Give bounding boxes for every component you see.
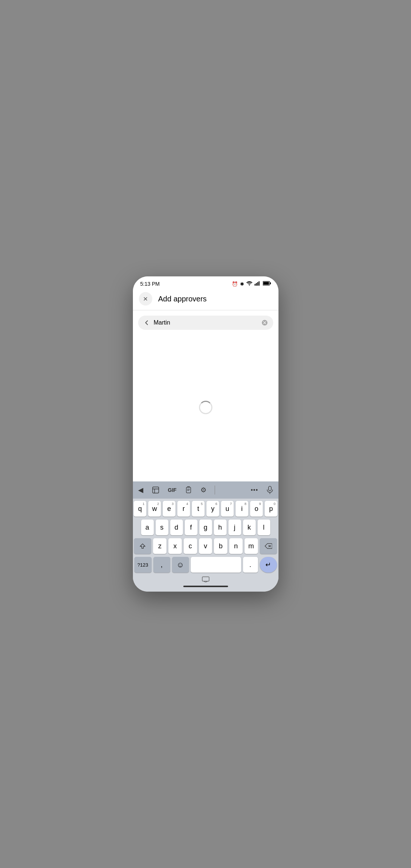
key-row-4: ?123 , ☺ . ↵ <box>134 557 277 573</box>
content-area <box>133 334 278 481</box>
keyboard: ◀ GIF ⚙ ••• <box>133 481 278 592</box>
emoji-button[interactable]: ☺ <box>172 557 189 573</box>
svg-rect-8 <box>152 487 159 493</box>
more-button[interactable]: ••• <box>249 485 260 495</box>
svg-rect-1 <box>256 283 256 286</box>
key-row-3: z x c v b n m <box>134 538 277 554</box>
home-indicator <box>183 586 228 587</box>
mic-button[interactable] <box>265 484 275 496</box>
key-w[interactable]: 2w <box>148 501 161 517</box>
svg-rect-12 <box>202 577 209 581</box>
svg-rect-6 <box>263 282 269 285</box>
key-l[interactable]: l <box>258 520 270 535</box>
svg-rect-5 <box>270 282 271 284</box>
search-back-button[interactable] <box>143 319 150 326</box>
key-i[interactable]: 8i <box>236 501 248 517</box>
period-key[interactable]: . <box>243 557 258 573</box>
key-q[interactable]: 1q <box>134 501 146 517</box>
key-t[interactable]: 5t <box>192 501 205 517</box>
space-key[interactable] <box>191 557 241 573</box>
signal-icon <box>255 281 261 287</box>
battery-icon <box>263 281 271 287</box>
backspace-button[interactable] <box>260 538 277 554</box>
key-u[interactable]: 7u <box>221 501 234 517</box>
key-f[interactable]: f <box>185 520 197 535</box>
svg-rect-10 <box>268 486 271 491</box>
shift-button[interactable] <box>134 538 151 554</box>
status-icons: ⏰ ✱ <box>232 281 271 287</box>
key-x[interactable]: x <box>168 538 182 554</box>
key-row-1: 1q 2w 3e 4r 5t 6y 7u 8i 9o 0p <box>134 501 277 517</box>
phone-frame: 5:13 PM ⏰ ✱ <box>133 276 278 592</box>
svg-rect-3 <box>258 281 259 286</box>
status-time: 5:13 PM <box>140 281 160 287</box>
symbol-button[interactable]: ?123 <box>134 557 152 573</box>
clipboard-button[interactable] <box>183 484 194 496</box>
header: ✕ Add approvers <box>133 289 278 310</box>
key-row-2: a s d f g h j k l <box>134 520 277 535</box>
hide-keyboard-button[interactable] <box>202 576 209 584</box>
search-area <box>133 310 278 334</box>
key-e[interactable]: 3e <box>163 501 175 517</box>
key-o[interactable]: 9o <box>250 501 263 517</box>
comma-key[interactable]: , <box>153 557 170 573</box>
bottom-bar <box>133 574 278 590</box>
settings-button[interactable]: ⚙ <box>199 484 208 496</box>
key-g[interactable]: g <box>199 520 212 535</box>
key-b[interactable]: b <box>214 538 227 554</box>
key-z[interactable]: z <box>153 538 166 554</box>
gif-button[interactable]: GIF <box>166 486 178 495</box>
search-clear-button[interactable] <box>261 319 268 326</box>
keyboard-toolbar: ◀ GIF ⚙ ••• <box>133 481 278 499</box>
alarm-icon: ⏰ <box>232 281 238 287</box>
sticker-button[interactable] <box>150 484 161 496</box>
key-c[interactable]: c <box>184 538 197 554</box>
key-h[interactable]: h <box>214 520 227 535</box>
key-n[interactable]: n <box>229 538 243 554</box>
key-d[interactable]: d <box>170 520 183 535</box>
svg-rect-9 <box>186 487 191 493</box>
page-title: Add approvers <box>158 295 207 303</box>
status-bar: 5:13 PM ⏰ ✱ <box>133 276 278 289</box>
key-p[interactable]: 0p <box>265 501 277 517</box>
loading-spinner <box>199 401 212 414</box>
key-a[interactable]: a <box>141 520 154 535</box>
key-k[interactable]: k <box>243 520 256 535</box>
search-input[interactable] <box>154 319 258 326</box>
bluetooth-icon: ✱ <box>240 281 244 287</box>
keyboard-back-button[interactable]: ◀ <box>137 484 145 496</box>
key-s[interactable]: s <box>156 520 168 535</box>
key-v[interactable]: v <box>199 538 212 554</box>
key-r[interactable]: 4r <box>177 501 190 517</box>
svg-rect-2 <box>257 282 258 286</box>
toolbar-divider <box>215 486 215 495</box>
key-y[interactable]: 6y <box>206 501 219 517</box>
enter-button[interactable]: ↵ <box>260 557 277 573</box>
search-box <box>138 316 273 330</box>
svg-rect-0 <box>255 284 255 286</box>
close-button[interactable]: ✕ <box>139 292 152 306</box>
key-m[interactable]: m <box>245 538 258 554</box>
wifi-icon <box>246 281 252 287</box>
key-j[interactable]: j <box>228 520 241 535</box>
keyboard-rows: 1q 2w 3e 4r 5t 6y 7u 8i 9o 0p a s d f g … <box>133 499 278 574</box>
